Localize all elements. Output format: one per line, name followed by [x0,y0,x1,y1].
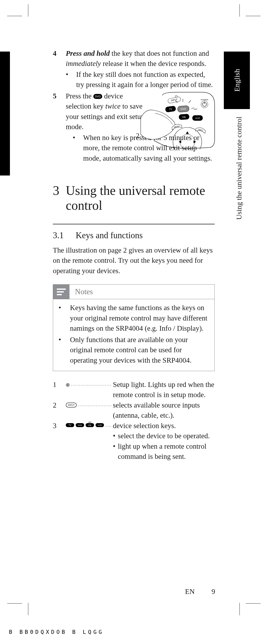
intro-paragraph: The illustration on page 2 gives an over… [53,245,215,276]
device-keys-icon: TV DVD SAT CBL VCR [66,422,108,430]
key-sub-bullet: • light up when a remote control command… [113,441,215,462]
heading-title: Using the universal remote control [66,183,215,213]
bullet-text: Only functions that are available on you… [70,335,209,366]
svg-text:DVD: DVD [181,108,186,110]
svg-point-2 [180,134,195,149]
svg-rect-30 [57,291,64,292]
side-black-bar [0,52,10,176]
bullet-dot: • [73,132,83,163]
svg-point-1 [173,128,202,149]
crop-mark [28,4,28,16]
bullet-dot: • [113,441,118,462]
step-5-text: Press the DVD device selection key twice… [66,91,150,132]
subheading-title: Keys and functions [76,229,143,242]
bullet-text: Keys having the same functions as the ke… [70,303,209,334]
svg-text:POWER: POWER [201,99,208,101]
notes-header: Notes [53,284,214,299]
step-body: Press and hold the key that does not fun… [66,48,215,90]
step-5: 5 Press the DVD device selection key twi… [53,91,215,163]
svg-text:TV: TV [69,424,72,426]
key-sub-bullet: • select the device to be operated. [113,431,215,441]
bullet-dot: • [59,303,70,334]
leader-dots: .................................. [78,402,111,408]
notes-bullet-2: • Only functions that are available on y… [59,335,209,366]
subheading-number: 3.1 [53,229,76,242]
step-number: 4 [53,48,66,90]
svg-text:DVD: DVD [78,424,82,426]
crop-mark [246,16,260,16]
crop-mark [28,603,28,615]
language-tab: English [224,52,250,109]
notes-box: Notes • Keys having the same functions a… [53,284,215,371]
step-number: 5 [53,91,66,163]
dvd-key-icon: DVD [93,92,104,100]
step-text: Press and hold the key that does not fun… [66,49,209,68]
crop-mark [239,603,240,615]
key-icon-col: INPUT .................................. [66,400,113,421]
key-description: Setup light. Lights up red when the remo… [113,380,215,400]
bullet-text: If the key still does not function as ex… [76,70,215,90]
svg-rect-29 [57,288,66,290]
heading-number: 3 [53,183,66,213]
notes-body: • Keys having the same functions as the … [53,299,214,371]
key-list: 1 ......................................… [53,380,215,462]
side-section-title: Using the universal remote control [235,116,243,220]
key-description: selects available source inputs (antenna… [113,400,215,421]
content-column: 4 Press and hold the key that does not f… [53,48,215,462]
text: device selection keys. [113,422,176,430]
crop-mark [239,4,240,16]
svg-text:CBL: CBL [182,116,186,118]
key-icon-col: ....................................... [66,380,113,400]
svg-point-33 [67,384,69,386]
leader-dots: ....................................... [71,382,111,387]
crop-mark [7,16,22,16]
key-number: 2 [53,400,66,421]
key-description: device selection keys. • select the devi… [113,421,215,462]
footer-page: 9 [212,588,215,596]
setup-light-icon [66,380,70,388]
svg-marker-3 [186,132,189,134]
svg-text:TV: TV [169,108,172,111]
svg-text:SAT: SAT [88,422,92,423]
key-number: 3 [53,421,66,462]
svg-text:INPUT: INPUT [68,404,75,406]
page-footer: EN 9 [53,588,215,596]
key-row-2: 2 INPUT ................................… [53,400,215,421]
page: English Using the universal remote contr… [0,0,268,644]
step-4: 4 Press and hold the key that does not f… [53,48,215,90]
crop-mark [7,603,22,604]
input-key-icon: INPUT [66,401,77,409]
key-row-1: 1 ......................................… [53,380,215,400]
bullet-text: light up when a remote control command i… [118,441,215,462]
remote-illustration: INPUT POWER TV [140,91,217,149]
horizontal-rule [53,224,215,224]
bullet-dot: • [66,70,76,90]
key-row-3: 3 TV DVD SAT CBL VCR .. [53,421,215,462]
text: Press the [66,92,93,100]
key-icon-col: TV DVD SAT CBL VCR .......... [66,421,113,462]
bullet-text: select the device to be operated. [118,431,210,441]
bullet-dot: • [59,335,70,366]
subsection-heading: 3.1 Keys and functions [53,229,215,242]
step-4-bullet: • If the key still does not function as … [66,70,215,90]
bullet-dot: • [113,431,118,441]
svg-text:VCR: VCR [195,117,200,120]
footer-code: B BB0DQXDOB B LQGG [9,629,104,635]
notes-bullet-1: • Keys having the same functions as the … [59,303,209,334]
dvd-key-label: DVD [95,95,101,98]
crop-mark [246,603,260,604]
section-heading: 3 Using the universal remote control [53,183,215,213]
language-tab-label: English [233,69,241,92]
notes-title: Notes [75,286,93,297]
svg-text:VCR: VCR [98,424,102,426]
svg-rect-31 [57,294,62,295]
notes-icon [53,284,70,299]
svg-text:SAT: SAT [194,108,197,110]
svg-text:CBL: CBL [88,424,92,426]
svg-line-19 [189,100,191,103]
key-number: 1 [53,380,66,400]
leader-dots: .......... [105,423,111,428]
footer-lang: EN [185,588,195,596]
